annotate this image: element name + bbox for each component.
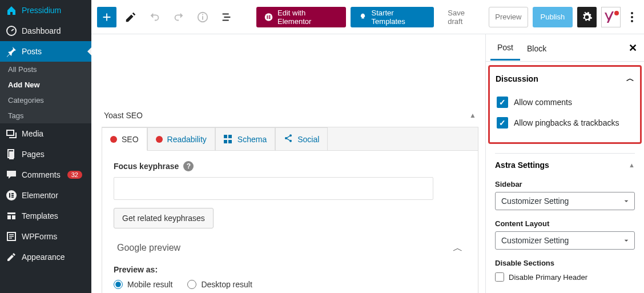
yoast-panel-toggle[interactable]: Yoast SEO ▲ [102, 106, 478, 125]
astra-toggle[interactable]: Astra Settings ▲ [495, 153, 635, 176]
google-preview-toggle[interactable]: Google preview ︿ [114, 228, 466, 262]
yoast-metabox: SEO Readability Schema Social [102, 127, 478, 293]
inspector-tab-block[interactable]: Block [520, 36, 553, 60]
menu-comments-label: Comments [22, 170, 61, 179]
menu-appearance[interactable]: Appearance [0, 247, 91, 267]
sidebar-label: Sidebar [495, 180, 635, 188]
menu-pages[interactable]: Pages [0, 144, 91, 164]
svg-rect-3 [9, 151, 14, 159]
comments-count-badge: 32 [67, 171, 82, 179]
inspector-panel: Post Block ✕ Discussion ︿ ✓ Allow commen… [485, 34, 644, 293]
starter-templates-button[interactable]: Starter Templates [351, 7, 434, 27]
disable-primary-header-checkbox[interactable]: Disable Primary Header [495, 271, 635, 283]
info-button[interactable] [193, 7, 212, 27]
settings-button[interactable] [577, 7, 597, 27]
save-draft-button[interactable]: Save draft [443, 7, 484, 27]
svg-rect-25 [269, 17, 271, 18]
svg-rect-14 [9, 236, 14, 237]
svg-rect-13 [9, 234, 14, 235]
svg-rect-26 [269, 18, 271, 19]
more-menu-button[interactable] [625, 12, 638, 22]
radio-mobile-label: Mobile result [127, 280, 172, 289]
seo-status-icon [110, 136, 117, 143]
menu-templates[interactable]: Templates [0, 206, 91, 226]
radio-mobile-input[interactable] [114, 280, 123, 289]
submenu-categories[interactable]: Categories [0, 93, 91, 108]
help-icon[interactable]: ? [183, 161, 194, 171]
focus-keyphrase-input[interactable] [114, 177, 433, 200]
tab-seo[interactable]: SEO [102, 127, 147, 151]
edit-button[interactable] [121, 7, 140, 27]
disable-primary-header-input[interactable] [495, 272, 504, 282]
edit-elementor-label: Edit with Elementor [277, 9, 337, 26]
allow-comments-checkbox[interactable]: ✓ Allow comments [496, 92, 634, 113]
svg-rect-9 [7, 212, 15, 214]
allow-pingbacks-label: Allow pingbacks & trackbacks [514, 118, 619, 127]
tab-readability[interactable]: Readability [147, 127, 215, 151]
yoast-tabs: SEO Readability Schema Social [102, 127, 478, 151]
inspector-close-button[interactable]: ✕ [626, 41, 639, 55]
tab-schema[interactable]: Schema [215, 127, 275, 151]
menu-dashboard[interactable]: Dashboard [0, 21, 91, 41]
menu-elementor[interactable]: Elementor [0, 185, 91, 206]
menu-appearance-label: Appearance [22, 252, 65, 262]
outline-button[interactable] [217, 7, 236, 27]
wpforms-icon [6, 231, 17, 242]
radio-desktop[interactable]: Desktop result [187, 280, 252, 289]
discussion-toggle[interactable]: Discussion ︿ [496, 70, 634, 92]
edit-elementor-button[interactable]: Edit with Elementor [256, 7, 346, 27]
submenu-all-posts[interactable]: All Posts [0, 62, 91, 77]
menu-posts-label: Posts [22, 47, 42, 56]
add-block-button[interactable] [97, 7, 116, 27]
radio-mobile[interactable]: Mobile result [114, 280, 172, 289]
tab-seo-label: SEO [122, 135, 139, 144]
svg-rect-20 [224, 17, 230, 18]
svg-rect-15 [9, 238, 12, 239]
focus-keyphrase-label-text: Focus keyphrase [114, 162, 179, 171]
allow-pingbacks-checkbox[interactable]: ✓ Allow pingbacks & trackbacks [496, 113, 634, 133]
content-layout-select[interactable]: Customizer Setting [495, 231, 635, 250]
disable-sections-label: Disable Sections [495, 259, 635, 267]
inspector-tabs: Post Block ✕ [486, 34, 644, 62]
tab-schema-label: Schema [238, 135, 267, 144]
menu-comments[interactable]: Comments 32 [0, 164, 91, 185]
related-keyphrases-button[interactable]: Get related keyphrases [114, 208, 214, 228]
readability-status-icon [156, 136, 163, 143]
posts-submenu: All Posts Add New Categories Tags [0, 62, 91, 123]
svg-rect-7 [11, 195, 14, 196]
menu-templates-label: Templates [22, 211, 58, 220]
site-name[interactable]: Pressidium [0, 0, 91, 21]
svg-rect-18 [202, 14, 203, 15]
undo-button[interactable] [145, 7, 164, 27]
menu-posts[interactable]: Posts [0, 41, 91, 62]
tab-readability-label: Readability [167, 135, 207, 144]
radio-desktop-input[interactable] [187, 280, 196, 289]
appearance-icon [6, 251, 17, 263]
svg-rect-21 [223, 19, 229, 21]
content-layout-label: Content Layout [495, 219, 635, 228]
publish-button[interactable]: Publish [533, 7, 573, 27]
inspector-tab-post[interactable]: Post [490, 35, 520, 61]
preview-button[interactable]: Preview [489, 7, 528, 27]
focus-keyphrase-label: Focus keyphrase ? [114, 161, 466, 171]
yoast-button[interactable] [601, 7, 621, 27]
sidebar-select[interactable]: Customizer Setting [495, 192, 635, 210]
dashboard-icon [6, 25, 17, 37]
pages-icon [6, 148, 17, 160]
tab-social[interactable]: Social [275, 127, 328, 151]
starter-templates-label: Starter Templates [372, 9, 426, 26]
discussion-panel: Discussion ︿ ✓ Allow comments ✓ Allow pi… [488, 65, 642, 144]
astra-settings-panel: Astra Settings ▲ Sidebar Customizer Sett… [486, 148, 644, 283]
menu-wpforms[interactable]: WPForms [0, 226, 91, 247]
svg-point-29 [631, 20, 633, 22]
menu-media[interactable]: Media [0, 123, 91, 144]
menu-pages-label: Pages [22, 150, 45, 159]
svg-rect-5 [9, 193, 10, 198]
svg-rect-23 [267, 15, 268, 18]
svg-rect-6 [11, 193, 14, 194]
redo-button[interactable] [169, 7, 188, 27]
submenu-tags[interactable]: Tags [0, 108, 91, 123]
preview-as-radios: Mobile result Desktop result [114, 280, 466, 289]
svg-point-27 [631, 12, 633, 14]
submenu-add-new[interactable]: Add New [0, 77, 91, 93]
